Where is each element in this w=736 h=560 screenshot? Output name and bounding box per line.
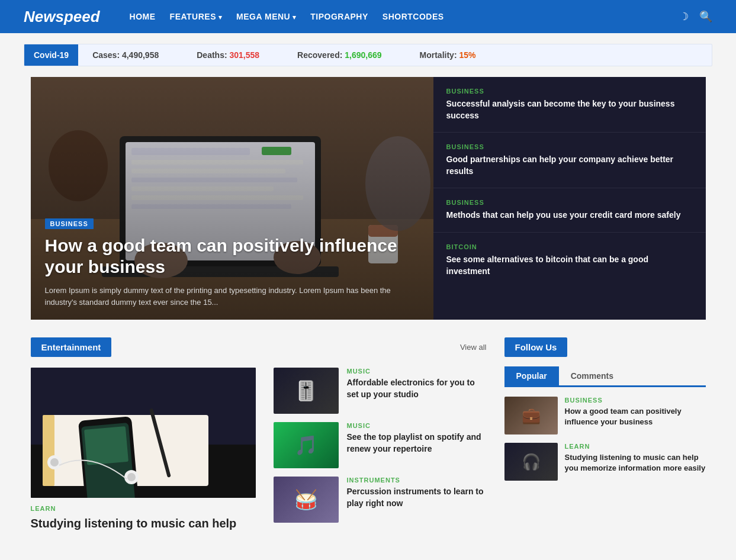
- site-logo[interactable]: Newspeed: [24, 8, 100, 26]
- sidebar-article-3: BUSINESS Methods that can help you use y…: [433, 188, 706, 233]
- featured-image-inner: [31, 368, 256, 498]
- pop-item-cat-2: LEARN: [565, 443, 706, 450]
- entertainment-featured: LEARN Studying listening to music can he…: [31, 368, 256, 531]
- ent-thumb-instruments-icon: 🥁: [274, 477, 339, 523]
- sidebar-title-4[interactable]: See some alternatives to bitcoin that ca…: [446, 254, 693, 277]
- entertainment-article-list: 🎚️ MUSIC Affordable electronics for you …: [274, 368, 487, 531]
- pop-item-text-2: LEARN Studying listening to music can he…: [565, 443, 706, 474]
- covid-cases: Cases: 4,490,958: [78, 44, 182, 66]
- ent-thumb-spotify-icon: 🎵: [274, 422, 339, 468]
- main-content: BUSINESS How a good team can positively …: [19, 77, 718, 560]
- pop-item-cat-1: BUSINESS: [565, 397, 706, 404]
- entertainment-featured-cat: LEARN: [31, 505, 256, 512]
- hero-sidebar: BUSINESS Successful analysis can become …: [433, 77, 706, 320]
- svg-rect-22: [43, 415, 54, 486]
- hero-category-badge: BUSINESS: [45, 218, 94, 229]
- pop-thumb-music-icon: 🎧: [504, 443, 558, 481]
- nav-links: HOME FEATURES MEGA MENU TIPOGRAPHY SHORT…: [130, 12, 661, 21]
- ent-item-text-1: MUSIC Affordable electronics for you to …: [347, 368, 487, 400]
- nav-icons: ☽ 🔍: [679, 10, 712, 23]
- nav-shortcodes[interactable]: SHORTCODES: [383, 12, 444, 21]
- sidebar-title-2[interactable]: Good partnerships can help your company …: [446, 154, 693, 177]
- nav-home[interactable]: HOME: [130, 12, 156, 21]
- sidebar-cat-4: BITCOIN: [446, 243, 693, 250]
- hero-excerpt: Lorem Ipsum is simply dummy text of the …: [45, 285, 419, 308]
- ent-item-title-2[interactable]: See the top playlist on spotify and rene…: [347, 432, 487, 455]
- covid-label: Covid-19: [24, 44, 78, 66]
- entertainment-content: LEARN Studying listening to music can he…: [31, 368, 487, 531]
- list-item: 🎚️ MUSIC Affordable electronics for you …: [274, 368, 487, 414]
- svg-point-28: [50, 458, 59, 466]
- popular-list: 💼 BUSINESS How a good team can positivel…: [504, 397, 706, 481]
- bottom-left: Entertainment View all: [31, 337, 487, 549]
- navbar: Newspeed HOME FEATURES MEGA MENU TIPOGRA…: [0, 0, 736, 33]
- sidebar-article-2: BUSINESS Good partnerships can help your…: [433, 133, 706, 188]
- follow-us-title: Follow Us: [504, 337, 568, 357]
- hero-section: BUSINESS How a good team can positively …: [31, 77, 706, 320]
- pop-item-title-2[interactable]: Studying listening to music can help you…: [565, 452, 706, 474]
- sidebar-article-1: BUSINESS Successful analysis can become …: [433, 77, 706, 133]
- covid-bar: Covid-19 Cases: 4,490,958 Deaths: 301,55…: [24, 44, 712, 66]
- ent-item-title-3[interactable]: Percussion instruments to learn to play …: [347, 486, 487, 509]
- tab-comments[interactable]: Comments: [559, 366, 625, 385]
- bottom-layout: Entertainment View all: [31, 337, 706, 549]
- ent-thumb-2: 🎵: [274, 422, 339, 468]
- nav-mega-menu[interactable]: MEGA MENU: [236, 12, 296, 21]
- dark-mode-icon[interactable]: ☽: [679, 10, 689, 23]
- sidebar-article-4: BITCOIN See some alternatives to bitcoin…: [433, 233, 706, 288]
- ent-item-cat-3: INSTRUMENTS: [347, 477, 487, 484]
- ent-item-text-2: MUSIC See the top playlist on spotify an…: [347, 422, 487, 455]
- pop-thumb-business-icon: 💼: [504, 397, 558, 435]
- pop-item-title-1[interactable]: How a good team can positively influence…: [565, 406, 706, 427]
- ent-thumb-3: 🥁: [274, 477, 339, 523]
- pop-item-text-1: BUSINESS How a good team can positively …: [565, 397, 706, 427]
- pop-thumb-2: 🎧: [504, 443, 558, 481]
- sidebar-cat-2: BUSINESS: [446, 143, 693, 150]
- entertainment-featured-image: [31, 368, 256, 498]
- nav-tipography[interactable]: TIPOGRAPHY: [310, 12, 368, 21]
- pop-thumb-1: 💼: [504, 397, 558, 435]
- covid-deaths: Deaths: 301,558: [182, 44, 283, 66]
- ent-item-cat-2: MUSIC: [347, 422, 487, 429]
- svg-point-30: [127, 473, 136, 481]
- entertainment-view-all[interactable]: View all: [460, 343, 487, 352]
- hero-text-overlay: BUSINESS How a good team can positively …: [31, 204, 433, 320]
- covid-mortality: Mortality: 15%: [406, 44, 500, 66]
- right-sidebar: Follow Us Popular Comments 💼 BUSINESS Ho…: [504, 337, 706, 549]
- hero-title[interactable]: How a good team can positively influence…: [45, 235, 419, 278]
- entertainment-header: Entertainment View all: [31, 337, 487, 357]
- sidebar-cat-1: BUSINESS: [446, 88, 693, 95]
- entertainment-featured-title[interactable]: Studying listening to music can help: [31, 516, 256, 531]
- ent-item-text-3: INSTRUMENTS Percussion instruments to le…: [347, 477, 487, 509]
- entertainment-section-title: Entertainment: [31, 337, 112, 357]
- ent-thumb-1: 🎚️: [274, 368, 339, 414]
- sidebar-title-1[interactable]: Successful analysis can become the key t…: [446, 98, 693, 121]
- sidebar-title-3[interactable]: Methods that can help you use your credi…: [446, 210, 693, 221]
- svg-rect-26: [84, 426, 128, 465]
- ent-item-cat-1: MUSIC: [347, 368, 487, 375]
- popular-tabs: Popular Comments: [504, 366, 706, 387]
- search-icon[interactable]: 🔍: [699, 10, 712, 23]
- nav-features[interactable]: FEATURES: [170, 12, 222, 21]
- ent-item-title-1[interactable]: Affordable electronics for you to set up…: [347, 377, 487, 400]
- sidebar-cat-3: BUSINESS: [446, 199, 693, 206]
- list-item: 🎵 MUSIC See the top playlist on spotify …: [274, 422, 487, 468]
- tab-popular[interactable]: Popular: [504, 366, 559, 385]
- covid-recovered: Recovered: 1,690,669: [283, 44, 405, 66]
- hero-image-wrap: BUSINESS How a good team can positively …: [31, 77, 433, 320]
- list-item: 🥁 INSTRUMENTS Percussion instruments to …: [274, 477, 487, 523]
- ent-thumb-music-icon: 🎚️: [274, 368, 339, 414]
- popular-item-2: 🎧 LEARN Studying listening to music can …: [504, 443, 706, 481]
- popular-item-1: 💼 BUSINESS How a good team can positivel…: [504, 397, 706, 435]
